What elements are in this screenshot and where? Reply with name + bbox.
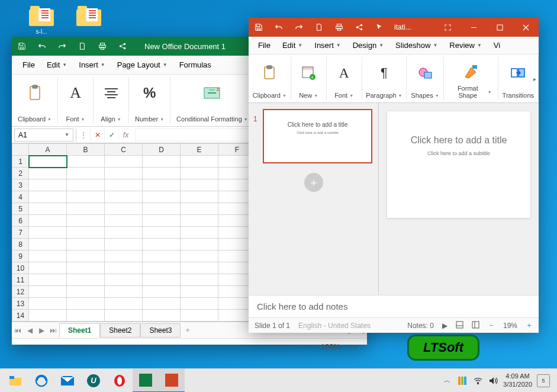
cell[interactable] xyxy=(143,310,181,322)
column-header[interactable]: D xyxy=(143,144,181,156)
cell[interactable] xyxy=(29,203,67,215)
slide-thumbnail-panel[interactable]: 1 Click here to add a title Click here t… xyxy=(249,103,379,295)
cell[interactable] xyxy=(67,262,105,274)
menu-file[interactable]: File xyxy=(17,58,41,72)
cell[interactable] xyxy=(67,203,105,215)
row-header[interactable]: 6 xyxy=(12,215,29,227)
menu-design[interactable]: Design ▼ xyxy=(347,38,389,52)
zoom-in-button[interactable]: ＋ xyxy=(351,342,359,352)
undo-icon[interactable] xyxy=(269,18,289,37)
cursor-icon[interactable] xyxy=(369,18,389,37)
ribbon-clipboard[interactable]: Clipboard ▼ xyxy=(12,77,58,124)
cell[interactable] xyxy=(181,215,218,227)
sheet-tab[interactable]: Sheet2 xyxy=(100,323,140,338)
cell[interactable] xyxy=(67,156,105,168)
sheet-nav-prev-icon[interactable]: ◀ xyxy=(24,326,36,335)
row-header[interactable]: 11 xyxy=(12,274,29,286)
cell[interactable] xyxy=(29,298,67,310)
row-header[interactable]: 8 xyxy=(12,239,29,250)
cell[interactable] xyxy=(29,286,67,298)
cell[interactable] xyxy=(143,227,181,239)
cell[interactable] xyxy=(143,239,181,250)
name-box[interactable]: A1▼ xyxy=(14,128,73,142)
cell[interactable] xyxy=(181,191,218,203)
row-header[interactable]: 3 xyxy=(12,179,29,191)
ribbon-new[interactable]: +New ▼ xyxy=(291,57,327,100)
ribbon-font[interactable]: AFont ▼ xyxy=(327,57,362,100)
row-header[interactable]: 7 xyxy=(12,227,29,239)
select-all-cell[interactable] xyxy=(12,144,29,156)
row-header[interactable]: 1 xyxy=(12,156,29,168)
cell[interactable] xyxy=(143,250,181,262)
cell[interactable] xyxy=(105,191,143,203)
cell[interactable] xyxy=(105,203,143,215)
desktop-folder-icon-2[interactable] xyxy=(71,6,107,28)
share-icon[interactable] xyxy=(112,37,133,56)
cell[interactable] xyxy=(29,179,67,191)
cell[interactable] xyxy=(67,179,105,191)
menu-insert[interactable]: Insert ▼ xyxy=(73,58,111,72)
column-header[interactable]: B xyxy=(67,144,105,156)
cell[interactable] xyxy=(143,274,181,286)
presentation-titlebar[interactable]: itati... xyxy=(249,18,539,37)
cell[interactable] xyxy=(181,203,218,215)
row-header[interactable]: 2 xyxy=(12,168,29,179)
column-header[interactable]: E xyxy=(181,144,218,156)
cell[interactable] xyxy=(29,156,67,168)
cell[interactable] xyxy=(105,250,143,262)
ribbon-overflow-icon[interactable]: ▸ xyxy=(533,75,536,82)
undo-icon[interactable] xyxy=(32,37,52,56)
row-header[interactable]: 14 xyxy=(12,310,29,322)
taskbar[interactable]: U ︿ 4:09 AM 3/31/2020 5 xyxy=(0,368,557,392)
ribbon-align[interactable]: Align ▼ xyxy=(94,77,129,124)
cell[interactable] xyxy=(181,168,218,179)
row-header[interactable]: 9 xyxy=(12,250,29,262)
menu-review[interactable]: Review ▼ xyxy=(443,38,488,52)
cell[interactable] xyxy=(181,250,218,262)
cell[interactable] xyxy=(29,310,67,322)
ribbon-clipboard[interactable]: Clipboard ▼ xyxy=(249,57,291,100)
cell[interactable] xyxy=(181,156,218,168)
ribbon-shapes[interactable]: Shapes ▼ xyxy=(407,57,444,100)
cell[interactable] xyxy=(67,168,105,179)
wifi-icon[interactable] xyxy=(472,375,483,386)
cell[interactable] xyxy=(105,310,143,322)
notification-center-icon[interactable]: 5 xyxy=(537,374,550,387)
add-slide-button[interactable]: ＋ xyxy=(304,173,323,192)
row-header[interactable]: 10 xyxy=(12,262,29,274)
column-header[interactable]: C xyxy=(105,144,143,156)
cell[interactable] xyxy=(29,250,67,262)
zoom-level[interactable]: 19% xyxy=(503,322,517,330)
cell[interactable] xyxy=(181,179,218,191)
minimize-button[interactable] xyxy=(461,18,487,37)
row-header[interactable]: 12 xyxy=(12,286,29,298)
menu-edit[interactable]: Edit ▼ xyxy=(276,38,308,52)
cell[interactable] xyxy=(67,286,105,298)
menu-page-layout[interactable]: Page Layout ▼ xyxy=(111,58,173,72)
cell[interactable] xyxy=(105,227,143,239)
normal-view-icon[interactable] xyxy=(456,321,463,330)
cell[interactable] xyxy=(67,298,105,310)
row-header[interactable]: 13 xyxy=(12,298,29,310)
cell[interactable] xyxy=(105,274,143,286)
column-header[interactable]: A xyxy=(29,144,67,156)
print-icon[interactable] xyxy=(329,18,349,37)
cell[interactable] xyxy=(67,227,105,239)
ribbon-font[interactable]: AFont ▼ xyxy=(58,77,94,124)
cell[interactable] xyxy=(181,298,218,310)
redo-icon[interactable] xyxy=(289,18,309,37)
cell[interactable] xyxy=(143,179,181,191)
cell[interactable] xyxy=(105,156,143,168)
print-icon[interactable] xyxy=(92,37,112,56)
ribbon-format-shape[interactable]: Format Shape ▼ xyxy=(444,57,498,100)
maximize-button[interactable] xyxy=(487,18,513,37)
sheet-nav-first-icon[interactable]: ⏮ xyxy=(12,326,24,335)
ribbon-transitions[interactable]: Transitions xyxy=(498,57,539,100)
zoom-out-button[interactable]: － xyxy=(488,320,495,330)
cell[interactable] xyxy=(29,191,67,203)
cell[interactable] xyxy=(105,262,143,274)
menu-formulas[interactable]: Formulas xyxy=(173,58,217,72)
zoom-in-button[interactable]: ＋ xyxy=(526,320,533,330)
subtitle-placeholder[interactable]: Click here to add a subtitle xyxy=(399,150,519,156)
cell[interactable] xyxy=(29,262,67,274)
